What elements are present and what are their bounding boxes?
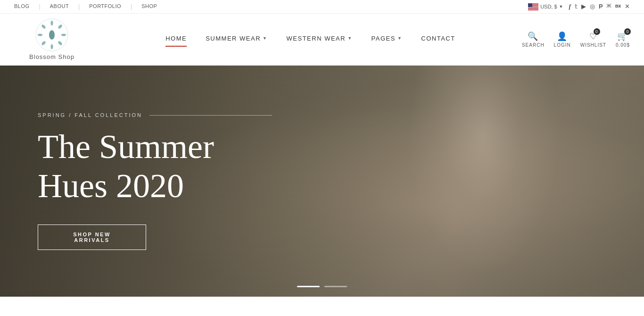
svg-rect-10	[528, 8, 538, 9]
nav-western-wear[interactable]: WESTERN WEAR ▼	[287, 35, 353, 44]
western-wear-dropdown-icon: ▼	[347, 36, 352, 41]
divider-3: |	[131, 3, 132, 10]
svg-point-25	[51, 44, 53, 49]
youtube-icon[interactable]: ▶	[581, 3, 586, 10]
slider-dots	[297, 286, 347, 287]
svg-point-28	[41, 24, 46, 29]
logo[interactable]: Blossom Shop	[14, 18, 90, 60]
shop-new-arrivals-button[interactable]: SHOP NEW ARRIVALS	[38, 225, 146, 250]
svg-point-31	[41, 41, 46, 46]
hero-content: SPRING / FALL COLLECTION The SummerHues …	[0, 66, 644, 297]
slider-dot-1[interactable]	[297, 286, 320, 287]
svg-rect-8	[528, 8, 538, 8]
social-icons: f 𝕥 ▶ ◎ P Ж вк ✕	[569, 3, 630, 10]
facebook-icon[interactable]: f	[569, 3, 571, 10]
summer-wear-dropdown-icon: ▼	[263, 36, 267, 41]
search-icon: 🔍	[528, 31, 538, 42]
search-action[interactable]: 🔍 SEARCH	[522, 31, 545, 48]
svg-rect-9	[528, 8, 538, 8]
wishlist-action[interactable]: ♡ 0 WISHLIST	[580, 31, 606, 48]
hero-title: The SummerHues 2020	[38, 127, 302, 206]
svg-point-15	[49, 30, 55, 40]
svg-point-27	[61, 34, 66, 36]
svg-rect-13	[528, 3, 532, 7]
topnav-portfolio[interactable]: PORTFOLIO	[89, 3, 121, 10]
svg-rect-12	[528, 9, 538, 10]
cart-badge: 0	[624, 28, 631, 35]
odnoklassniki-icon[interactable]: Ж	[607, 3, 611, 10]
nav-summer-wear[interactable]: SUMMER WEAR ▼	[206, 35, 267, 44]
nav-home[interactable]: HOME	[165, 35, 187, 44]
header: Blossom Shop HOME SUMMER WEAR ▼ WESTERN …	[0, 14, 644, 66]
nav-contact[interactable]: CONTACT	[421, 35, 455, 44]
currency-label: USD, $	[540, 4, 557, 9]
hero-subtitle-text: SPRING / FALL COLLECTION	[38, 112, 142, 118]
pages-dropdown-icon: ▼	[397, 36, 402, 41]
heart-icon: ♡ 0	[589, 31, 597, 42]
svg-point-29	[58, 41, 63, 46]
search-label: SEARCH	[522, 42, 545, 48]
pinterest-icon[interactable]: P	[599, 3, 603, 10]
top-nav: BLOG | ABOUT | PORTFOLIO | SHOP	[14, 3, 157, 10]
topnav-blog[interactable]: BLOG	[14, 3, 30, 10]
login-label: LOGIN	[554, 42, 571, 48]
wishlist-label: WISHLIST	[580, 42, 606, 48]
user-icon: 👤	[557, 31, 568, 42]
divider-2: |	[78, 3, 80, 10]
main-nav: HOME SUMMER WEAR ▼ WESTERN WEAR ▼ PAGES …	[99, 35, 522, 44]
currency-selector[interactable]: USD, $ ▼	[528, 3, 563, 10]
logo-text: Blossom Shop	[29, 53, 74, 60]
nav-pages[interactable]: PAGES ▼	[372, 35, 403, 44]
top-right: USD, $ ▼ f 𝕥 ▶ ◎ P Ж вк ✕	[528, 3, 630, 10]
twitter-icon[interactable]: 𝕥	[575, 3, 578, 10]
svg-rect-7	[528, 7, 538, 8]
xing-icon[interactable]: ✕	[625, 3, 630, 10]
slider-dot-2[interactable]	[324, 286, 347, 287]
header-actions: 🔍 SEARCH 👤 LOGIN ♡ 0 WISHLIST 🛒 0 0.00$	[522, 31, 630, 48]
cart-action[interactable]: 🛒 0 0.00$	[616, 31, 630, 48]
svg-point-26	[38, 34, 42, 36]
cart-total: 0.00$	[616, 42, 630, 48]
hero-subtitle-line	[149, 115, 272, 116]
us-flag-icon	[528, 3, 538, 10]
topnav-shop[interactable]: SHOP	[141, 3, 157, 10]
instagram-icon[interactable]: ◎	[590, 3, 595, 10]
topnav-about[interactable]: ABOUT	[50, 3, 69, 10]
currency-chevron-icon: ▼	[559, 4, 563, 9]
svg-point-30	[58, 24, 63, 29]
hero-section: SPRING / FALL COLLECTION The SummerHues …	[0, 66, 644, 297]
top-bar: BLOG | ABOUT | PORTFOLIO | SHOP	[0, 0, 644, 14]
svg-rect-11	[528, 9, 538, 9]
wishlist-badge: 0	[594, 28, 600, 35]
vk-icon[interactable]: вк	[615, 3, 621, 10]
divider-1: |	[39, 3, 41, 10]
login-action[interactable]: 👤 LOGIN	[554, 31, 571, 48]
svg-point-24	[51, 21, 53, 25]
logo-icon	[35, 18, 68, 51]
cart-icon: 🛒 0	[617, 31, 628, 42]
hero-subtitle: SPRING / FALL COLLECTION	[38, 112, 606, 118]
